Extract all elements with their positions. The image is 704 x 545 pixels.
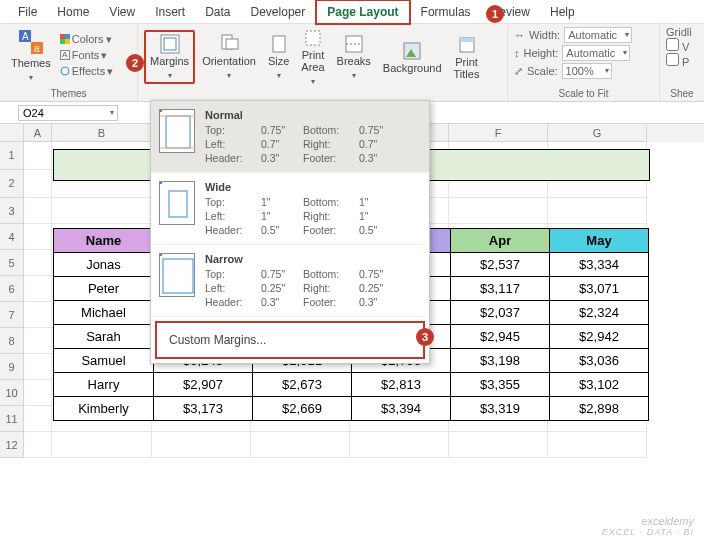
- tab-file[interactable]: File: [8, 1, 47, 23]
- tab-view[interactable]: View: [99, 1, 145, 23]
- orientation-label: Orientation: [202, 55, 256, 67]
- row-header-4[interactable]: 4: [0, 224, 24, 250]
- cell[interactable]: [449, 432, 548, 458]
- cell[interactable]: [24, 380, 52, 406]
- tab-page-layout[interactable]: Page Layout: [315, 0, 410, 25]
- cell[interactable]: [152, 432, 251, 458]
- col-header-a[interactable]: A: [24, 124, 52, 142]
- table-cell[interactable]: $3,071: [550, 277, 649, 301]
- table-cell[interactable]: $3,355: [451, 373, 550, 397]
- cell[interactable]: [24, 142, 52, 170]
- fonts-button[interactable]: AFonts ▾: [58, 48, 115, 63]
- table-cell[interactable]: $3,334: [550, 253, 649, 277]
- cell[interactable]: [251, 432, 350, 458]
- table-cell[interactable]: $2,907: [154, 373, 253, 397]
- table-cell[interactable]: $2,942: [550, 325, 649, 349]
- cell[interactable]: [24, 198, 52, 224]
- table-cell[interactable]: $2,945: [451, 325, 550, 349]
- row-header-9[interactable]: 9: [0, 354, 24, 380]
- table-cell-name[interactable]: Peter: [54, 277, 154, 301]
- tab-home[interactable]: Home: [47, 1, 99, 23]
- print-titles-button[interactable]: Print Titles: [449, 33, 485, 82]
- normal-title: Normal: [205, 109, 395, 121]
- table-cell[interactable]: $3,198: [451, 349, 550, 373]
- table-cell[interactable]: $2,813: [352, 373, 451, 397]
- height-combo[interactable]: Automatic: [562, 45, 630, 61]
- cell[interactable]: [24, 224, 52, 250]
- table-header: Name: [54, 229, 154, 253]
- table-cell[interactable]: $3,319: [451, 397, 550, 421]
- row-header-6[interactable]: 6: [0, 276, 24, 302]
- background-button[interactable]: Background: [378, 39, 447, 76]
- table-cell[interactable]: $3,173: [154, 397, 253, 421]
- row-header-1[interactable]: 1: [0, 142, 24, 170]
- row-header-5[interactable]: 5: [0, 250, 24, 276]
- size-button[interactable]: Size: [263, 32, 294, 82]
- margins-narrow-option[interactable]: Narrow Top:0.75"Bottom:0.75" Left:0.25"R…: [151, 245, 429, 317]
- table-cell[interactable]: $3,117: [451, 277, 550, 301]
- margins-wide-option[interactable]: Wide Top:1"Bottom:1" Left:1"Right:1" Hea…: [151, 173, 429, 245]
- cell[interactable]: [24, 328, 52, 354]
- cell[interactable]: [24, 354, 52, 380]
- tab-formulas[interactable]: Formulas: [411, 1, 481, 23]
- name-box[interactable]: O24: [18, 105, 118, 121]
- cell[interactable]: [52, 432, 152, 458]
- table-cell-name[interactable]: Harry: [54, 373, 154, 397]
- colors-button[interactable]: Colors ▾: [58, 32, 115, 47]
- table-cell-name[interactable]: Michael: [54, 301, 154, 325]
- table-cell[interactable]: $2,037: [451, 301, 550, 325]
- scale-combo[interactable]: 100%: [562, 63, 612, 79]
- tab-insert[interactable]: Insert: [145, 1, 195, 23]
- group-sheet-options: Gridli V P Shee: [660, 24, 704, 101]
- print-area-button[interactable]: Print Area: [296, 26, 329, 88]
- row-header-11[interactable]: 11: [0, 406, 24, 432]
- effects-button[interactable]: Effects ▾: [58, 64, 115, 79]
- cell[interactable]: [24, 406, 52, 432]
- col-header-g[interactable]: G: [548, 124, 647, 142]
- table-cell[interactable]: $2,898: [550, 397, 649, 421]
- breaks-button[interactable]: Breaks: [332, 32, 376, 82]
- gridlines-print-check[interactable]: [666, 53, 679, 66]
- cell[interactable]: [24, 250, 52, 276]
- height-icon: ↕: [514, 47, 520, 59]
- row-header-7[interactable]: 7: [0, 302, 24, 328]
- col-header-f[interactable]: F: [449, 124, 548, 142]
- orientation-button[interactable]: Orientation: [197, 32, 261, 82]
- tab-developer[interactable]: Developer: [241, 1, 316, 23]
- row-header-2[interactable]: 2: [0, 170, 24, 198]
- cell[interactable]: [24, 276, 52, 302]
- cell[interactable]: [548, 432, 647, 458]
- tab-data[interactable]: Data: [195, 1, 240, 23]
- row-header-10[interactable]: 10: [0, 380, 24, 406]
- margins-label: Margins: [150, 55, 189, 67]
- group-themes-label: Themes: [6, 87, 131, 99]
- gridlines-view-check[interactable]: [666, 38, 679, 51]
- width-combo[interactable]: Automatic: [564, 27, 632, 43]
- table-cell-name[interactable]: Samuel: [54, 349, 154, 373]
- cell[interactable]: [24, 302, 52, 328]
- table-cell[interactable]: $2,324: [550, 301, 649, 325]
- table-cell[interactable]: $3,036: [550, 349, 649, 373]
- col-header-b[interactable]: B: [52, 124, 152, 142]
- scale-label: Scale:: [527, 65, 558, 77]
- custom-margins-option[interactable]: Custom Margins... 3: [155, 321, 425, 359]
- cell[interactable]: [24, 170, 52, 198]
- margins-normal-option[interactable]: Normal Top:0.75"Bottom:0.75" Left:0.7"Ri…: [151, 101, 429, 173]
- table-cell-name[interactable]: Jonas: [54, 253, 154, 277]
- table-cell[interactable]: $2,673: [253, 373, 352, 397]
- select-all-corner[interactable]: [0, 124, 24, 142]
- table-cell[interactable]: $3,102: [550, 373, 649, 397]
- table-cell-name[interactable]: Kimberly: [54, 397, 154, 421]
- cell[interactable]: [350, 432, 449, 458]
- tab-help[interactable]: Help: [540, 1, 585, 23]
- table-cell[interactable]: $3,394: [352, 397, 451, 421]
- themes-button[interactable]: Aa Themes: [6, 26, 56, 84]
- row-header-12[interactable]: 12: [0, 432, 24, 458]
- row-header-8[interactable]: 8: [0, 328, 24, 354]
- margins-button[interactable]: Margins: [144, 30, 195, 84]
- row-header-3[interactable]: 3: [0, 198, 24, 224]
- table-cell[interactable]: $2,537: [451, 253, 550, 277]
- table-cell[interactable]: $2,669: [253, 397, 352, 421]
- table-cell-name[interactable]: Sarah: [54, 325, 154, 349]
- cell[interactable]: [24, 432, 52, 458]
